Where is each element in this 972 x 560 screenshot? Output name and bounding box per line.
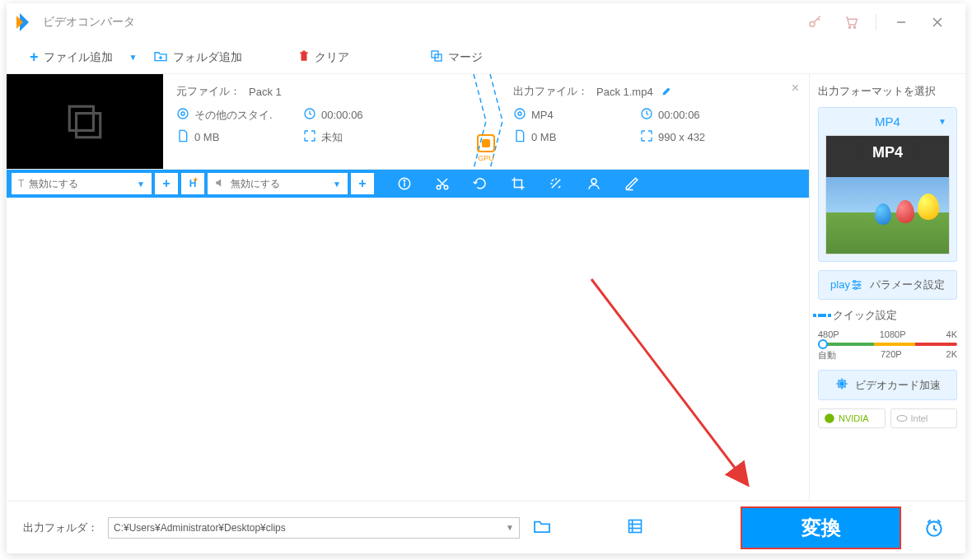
svg-point-16 xyxy=(518,112,521,115)
output-name: Pack 1.mp4 xyxy=(596,86,653,98)
merge-icon xyxy=(430,49,443,65)
svg-point-28 xyxy=(853,281,856,283)
chevron-down-icon: ▼ xyxy=(137,180,145,189)
sliders-icon: play xyxy=(830,278,863,292)
gpu-acceleration-button[interactable]: ビデオカード加速 xyxy=(818,370,957,400)
trash-icon xyxy=(298,49,310,65)
quick-icon xyxy=(818,314,826,317)
intel-button[interactable]: Intel xyxy=(890,408,958,428)
chevron-down-icon: ▼ xyxy=(506,523,514,532)
nvidia-label: NVIDIA xyxy=(839,413,869,423)
audio-track-label: 無効にする xyxy=(231,177,280,191)
main-toolbar: + ファイル追加 ▼ フォルダ追加 クリア マージ xyxy=(7,41,965,74)
close-button[interactable] xyxy=(919,3,956,41)
output-format-select[interactable]: MP4 ▼ MP4 xyxy=(818,107,957,262)
svg-point-23 xyxy=(591,179,596,184)
svg-point-38 xyxy=(897,416,907,422)
svg-point-1 xyxy=(848,26,850,28)
app-title: ビデオコンバータ xyxy=(43,15,135,30)
crop-icon[interactable] xyxy=(499,170,537,198)
nvidia-button[interactable]: NVIDIA xyxy=(818,408,886,428)
plus-icon: + xyxy=(30,49,39,66)
add-file-button[interactable]: + ファイル追加 xyxy=(23,45,119,69)
main-area: 元ファイル： Pack 1 その他のスタイ. 00:00:06 0 MB 未知 xyxy=(7,74,965,501)
video-thumbnail[interactable] xyxy=(7,74,163,169)
file-row: 元ファイル： Pack 1 その他のスタイ. 00:00:06 0 MB 未知 xyxy=(7,74,809,170)
effects-icon[interactable] xyxy=(537,170,575,198)
intel-label: Intel xyxy=(911,413,928,423)
svg-point-29 xyxy=(858,284,860,287)
svg-rect-10 xyxy=(69,106,93,130)
svg-point-30 xyxy=(854,287,857,290)
slider-labels-top: 480P 1080P 4K xyxy=(818,329,957,339)
mp4-badge: MP4 xyxy=(862,141,913,165)
output-path-text: C:¥Users¥Administrator¥Desktop¥clips xyxy=(114,522,286,534)
output-size: 0 MB xyxy=(531,131,556,143)
minimize-button[interactable] xyxy=(883,3,919,41)
slider-handle[interactable] xyxy=(818,339,828,349)
add-file-dropdown[interactable]: ▼ xyxy=(129,53,138,62)
parameter-settings-button[interactable]: play パラメータ設定 xyxy=(818,270,957,300)
format-preview-image: MP4 xyxy=(825,135,950,254)
quick-title-label: クイック設定 xyxy=(833,308,897,323)
app-window: ビデオコンバータ + ファイル追加 ▼ フォルダ追加 xyxy=(7,3,965,553)
key-icon[interactable] xyxy=(797,3,833,41)
chip-icon xyxy=(835,377,848,393)
svg-point-20 xyxy=(404,180,405,182)
output-info: 出力ファイル： Pack 1.mp4 MP4 00:00:06 0 MB xyxy=(472,74,809,169)
convert-label: 変換 xyxy=(801,515,841,541)
quick-settings: クイック設定 480P 1080P 4K 自動 720P 2K xyxy=(818,308,957,362)
app-logo-icon xyxy=(16,13,35,31)
speaker-icon xyxy=(214,177,226,191)
clock-icon xyxy=(303,107,316,123)
text-icon: T xyxy=(18,178,24,189)
cart-icon[interactable] xyxy=(833,3,869,41)
source-format: その他のスタイ. xyxy=(194,108,273,123)
chevron-down-icon: ▼ xyxy=(333,180,341,189)
file-list: 元ファイル： Pack 1 その他のスタイ. 00:00:06 0 MB 未知 xyxy=(7,74,809,501)
quality-slider[interactable] xyxy=(818,343,957,346)
text-track-select[interactable]: T 無効にする ▼ xyxy=(12,173,152,194)
clear-label: クリア xyxy=(315,50,349,65)
file-icon xyxy=(176,129,189,145)
merge-label: マージ xyxy=(448,50,483,65)
svg-rect-11 xyxy=(77,113,100,137)
open-folder-icon[interactable] xyxy=(530,516,554,540)
output-path-select[interactable]: C:¥Users¥Administrator¥Desktop¥clips ▼ xyxy=(108,517,520,539)
watermark-icon[interactable] xyxy=(575,170,613,198)
info-icon[interactable] xyxy=(386,170,423,198)
resolution-icon xyxy=(303,129,316,145)
output-format: MP4 xyxy=(531,109,554,121)
audio-track-select[interactable]: 無効にする ▼ xyxy=(208,173,348,194)
subtitle-icon[interactable] xyxy=(613,170,651,198)
schedule-icon[interactable] xyxy=(919,513,949,543)
source-duration: 00:00:06 xyxy=(321,109,363,121)
convert-button[interactable]: 変換 xyxy=(741,506,901,549)
file-info: 元ファイル： Pack 1 その他のスタイ. 00:00:06 0 MB 未知 xyxy=(163,74,809,169)
source-info: 元ファイル： Pack 1 その他のスタイ. 00:00:06 0 MB 未知 xyxy=(163,74,472,169)
add-folder-label: フォルダ追加 xyxy=(173,50,242,65)
resolution-icon xyxy=(640,129,653,145)
svg-point-12 xyxy=(178,109,188,119)
remove-file-icon[interactable]: × xyxy=(792,81,799,96)
merge-button[interactable]: マージ xyxy=(423,46,489,68)
add-file-label: ファイル追加 xyxy=(44,50,113,65)
rotate-icon[interactable] xyxy=(461,170,499,198)
chevron-down-icon: ▼ xyxy=(938,117,946,126)
output-format-title: 出力フォーマットを選択 xyxy=(818,84,957,99)
edit-bar: T 無効にする ▼ + H 無効にする ▼ + xyxy=(7,170,809,198)
task-list-icon[interactable] xyxy=(624,515,647,541)
hd-button[interactable]: H xyxy=(181,173,204,194)
clear-button[interactable]: クリア xyxy=(292,46,356,68)
add-audio-track-button[interactable]: + xyxy=(351,173,374,194)
add-folder-button[interactable]: フォルダ追加 xyxy=(147,47,249,68)
edit-name-icon[interactable] xyxy=(661,85,673,99)
text-track-label: 無効にする xyxy=(29,177,78,191)
svg-rect-39 xyxy=(629,520,642,532)
bottom-bar: 出力フォルダ： C:¥Users¥Administrator¥Desktop¥c… xyxy=(7,501,965,553)
add-text-track-button[interactable]: + xyxy=(155,173,178,194)
svg-point-15 xyxy=(515,109,525,119)
cut-icon[interactable] xyxy=(423,170,461,198)
output-folder-label: 出力フォルダ： xyxy=(23,520,98,535)
folder-plus-icon xyxy=(153,50,168,64)
